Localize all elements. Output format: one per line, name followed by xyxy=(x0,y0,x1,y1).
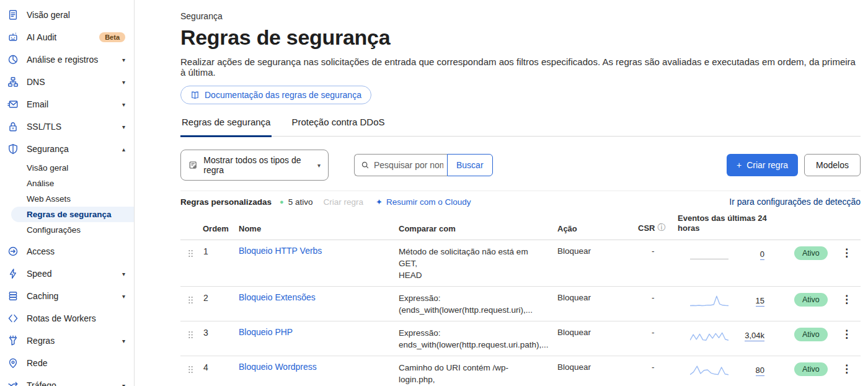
rule-events-cell: 0 xyxy=(654,246,784,261)
sidebar-subitem-web-assets[interactable]: Web Assets xyxy=(0,191,134,207)
rule-name-link[interactable]: Bloqueio PHP xyxy=(239,327,293,337)
cloudy-summarize-link[interactable]: ✦ Resumir com o Cloudy xyxy=(376,197,471,207)
sidebar-item-ai-audit[interactable]: AI AuditBeta xyxy=(0,26,134,48)
rule-action: Bloquear xyxy=(542,327,611,337)
status-badge: Ativo xyxy=(794,328,828,341)
events-sparkline xyxy=(690,363,728,377)
chevron-down-icon: ▾ xyxy=(317,162,321,169)
kebab-menu-icon[interactable]: ⋮ xyxy=(833,246,861,259)
cloudy-summarize-label: Resumir com o Cloudy xyxy=(386,197,471,207)
rule-name-link[interactable]: Bloqueio Wordpress xyxy=(239,362,317,372)
sidebar: Visão geral AI AuditBeta Análise e regis… xyxy=(0,0,135,386)
kebab-menu-icon[interactable]: ⋮ xyxy=(833,327,861,341)
kebab-menu-icon[interactable]: ⋮ xyxy=(833,292,861,306)
sidebar-subitem-regras-de-seguranca[interactable]: Regras de segurança xyxy=(11,207,134,222)
drag-handle[interactable] xyxy=(180,362,202,377)
rule-name-link[interactable]: Bloqueio Extensões xyxy=(239,292,316,302)
sidebar-sublist: Visão geral Análise Web Assets Regras de… xyxy=(0,160,134,240)
sidebar-item-label: Email xyxy=(27,99,118,109)
sidebar-subitem-configuracoes[interactable]: Configurações xyxy=(0,222,134,238)
rule-type-filter-dropdown[interactable]: Mostrar todos os tipos de regra ▾ xyxy=(180,150,329,181)
chevron-down-icon: ▾ xyxy=(122,338,125,344)
events-count-link[interactable]: 15 xyxy=(756,296,764,307)
tab-ddos-protection[interactable]: Proteção contra DDoS xyxy=(290,114,386,136)
rule-order: 3 xyxy=(202,327,234,338)
drag-handle[interactable] xyxy=(180,246,202,261)
detection-settings-link[interactable]: Ir para configurações de detecção xyxy=(729,197,861,207)
sidebar-item-label: Access xyxy=(27,246,125,256)
rule-order: 2 xyxy=(202,292,234,303)
sidebar-subitem-analise[interactable]: Análise xyxy=(0,176,134,191)
sidebar-item-label: Visão geral xyxy=(27,10,125,20)
toolbar: Mostrar todos os tipos de regra ▾ Buscar… xyxy=(180,150,861,181)
events-sparkline xyxy=(690,247,728,261)
drag-handle[interactable] xyxy=(180,292,202,307)
custom-rules-title: Regras personalizadas xyxy=(180,197,272,207)
rule-name: Bloqueio PHP xyxy=(234,327,390,337)
rule-name-link[interactable]: Bloqueio HTTP Verbs xyxy=(239,246,322,256)
chevron-down-icon: ▾ xyxy=(122,271,125,277)
table-header-row: Ordem Nome Comparar com Ação CSR ⓘ Event… xyxy=(180,211,861,240)
events-count-link[interactable]: 0 xyxy=(760,249,764,260)
tab-bar: Regras de segurança Proteção contra DDoS xyxy=(180,114,861,137)
sidebar-item-dns[interactable]: DNS ▾ xyxy=(0,71,134,93)
email-icon xyxy=(7,99,19,110)
docs-link-button[interactable]: Documentação das regras de segurança xyxy=(180,86,371,104)
sidebar-item-analise-e-registros[interactable]: Análise e registros ▾ xyxy=(0,48,134,71)
csr-label: CSR xyxy=(638,223,655,233)
chevron-down-icon: ▾ xyxy=(122,56,125,63)
sidebar-item-label: Segurança xyxy=(27,144,118,154)
kebab-menu-icon[interactable]: ⋮ xyxy=(833,362,861,375)
events-count-link[interactable]: 80 xyxy=(756,366,764,376)
traffic-icon xyxy=(7,380,19,386)
active-status-dot: ● xyxy=(280,198,284,205)
table-row: 4 Bloqueio Wordpress Caminho do URI cont… xyxy=(180,356,861,386)
search-input[interactable] xyxy=(374,160,443,170)
drag-handle[interactable] xyxy=(180,327,202,342)
analytics-icon xyxy=(7,54,19,65)
search-group: Buscar xyxy=(354,154,493,176)
rule-csr-value: - xyxy=(611,246,654,256)
events-count-link[interactable]: 3,04k xyxy=(745,331,764,341)
breadcrumb[interactable]: Segurança xyxy=(180,11,861,21)
rule-filter-icon xyxy=(188,160,197,170)
search-icon xyxy=(361,161,370,169)
rule-csr-value: - xyxy=(611,292,654,302)
sidebar-item-trafego[interactable]: Tráfego ▾ xyxy=(0,374,134,386)
sidebar-item-label: Tráfego xyxy=(27,380,118,386)
page-title: Regras de segurança xyxy=(180,25,861,50)
sidebar-item-access[interactable]: Access xyxy=(0,240,134,263)
sidebar-item-label: AI Audit xyxy=(27,32,95,42)
book-icon xyxy=(190,91,200,100)
sidebar-item-label: Caching xyxy=(27,291,118,301)
status-badge: Ativo xyxy=(794,246,828,260)
sparkle-icon: ✦ xyxy=(376,197,383,207)
templates-button[interactable]: Modelos xyxy=(804,154,861,176)
create-rule-button[interactable]: + Criar regra xyxy=(727,154,798,176)
tab-security-rules[interactable]: Regras de segurança xyxy=(180,114,272,137)
column-header-match: Comparar com xyxy=(390,224,542,233)
create-rule-inline-link[interactable]: Criar regra xyxy=(324,197,364,207)
rules-table-body: 1 Bloqueio HTTP Verbs Método de solicita… xyxy=(180,240,861,386)
search-button[interactable]: Buscar xyxy=(447,154,493,176)
sidebar-item-email[interactable]: Email ▾ xyxy=(0,93,134,115)
sidebar-item-rotas-de-workers[interactable]: Rotas de Workers xyxy=(0,307,134,330)
sidebar-item-regras[interactable]: Regras ▾ xyxy=(0,330,134,352)
column-header-action: Ação xyxy=(542,224,611,233)
sidebar-item-label: Regras xyxy=(27,336,118,346)
sidebar-subitem-visao-geral[interactable]: Visão geral xyxy=(0,160,134,176)
status-badge: Ativo xyxy=(794,362,828,376)
rule-match-expression: Expressão:(ends_with(lower(http.request.… xyxy=(390,292,542,316)
column-header-events: Eventos das últimas 24 horas xyxy=(654,213,778,233)
main-content: Segurança Regras de segurança Realizar a… xyxy=(135,0,868,386)
sidebar-item-caching[interactable]: Caching ▾ xyxy=(0,285,134,307)
sidebar-item-rede[interactable]: Rede xyxy=(0,352,134,374)
docs-link-label: Documentação das regras de segurança xyxy=(205,90,361,100)
sidebar-item-ssl-tls[interactable]: SSL/TLS ▾ xyxy=(0,115,134,138)
chevron-down-icon: ▾ xyxy=(122,79,125,86)
sidebar-item-speed[interactable]: Speed ▾ xyxy=(0,263,134,285)
sidebar-item-visao-geral[interactable]: Visão geral xyxy=(0,4,134,26)
rule-match-expression: Expressão:ends_with(lower(http.request.u… xyxy=(390,327,542,351)
document-icon xyxy=(7,9,19,20)
sidebar-item-seguranca[interactable]: Segurança ▴ xyxy=(0,138,134,160)
